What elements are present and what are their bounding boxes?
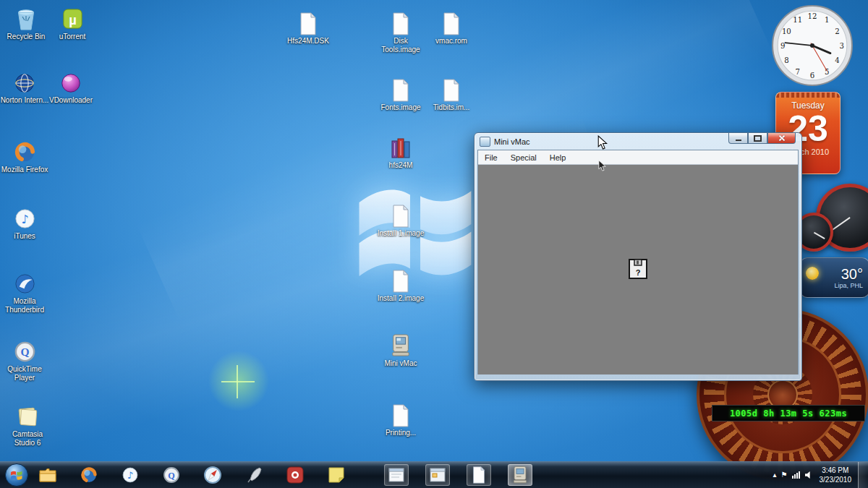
maximize-button[interactable] [748,133,767,144]
svg-text:♪: ♪ [127,470,133,481]
taskbar-item-quill-pen[interactable] [242,464,266,486]
svg-text:6: 6 [810,72,814,80]
taskbar-item-explorer-window[interactable] [425,464,450,486]
desktop-icon-quicktime[interactable]: Q QuickTime Player [0,338,49,382]
folder-icon [38,467,57,483]
countdown-timer-gadget[interactable]: 1005d 8h 13m 5s 623ms [712,405,865,421]
desktop-icon-install2-image[interactable]: Install 2.image [376,267,425,303]
firefox-icon [80,466,98,484]
svg-text:?: ? [636,268,641,277]
taskbar-item-itunes[interactable]: ♪ [118,464,142,486]
desktop-icon-firefox[interactable]: Mozilla Firefox [0,139,49,174]
taskbar-clock[interactable]: 3:46 PM 3/23/2010 [820,466,852,484]
desktop-icon-label: Install 1.image [378,229,424,238]
desktop-icon-disk-tools[interactable]: Disk Tools.image [376,10,425,53]
svg-text:Q: Q [168,471,175,481]
document-icon [442,77,461,102]
desktop-icon-label: Tidbits.im... [433,103,470,112]
svg-text:9: 9 [780,42,785,50]
quicktime-icon: Q [162,466,181,484]
cpu-meter-gadget[interactable] [794,178,868,253]
classic-mac-icon [390,333,412,358]
clock-time: 3:46 PM [820,466,852,475]
desktop-icon-printing-image[interactable]: Printing... [376,402,425,437]
close-icon [778,134,786,142]
desktop-icon-tidbits-image[interactable]: Tidbits.im... [427,77,476,112]
emulator-screen[interactable]: ? [478,165,798,374]
quill-pen-icon [244,466,263,484]
desktop-icon-label: Mozilla Thunderbird [0,297,49,314]
lens-flare-icon [221,381,255,382]
desktop-icon-label: Fonts.image [380,103,420,112]
desktop-icon-label: QuickTime Player [0,365,49,382]
desktop-icon-vdownloader[interactable]: VDownloader [46,69,95,105]
desktop-icon-itunes[interactable]: ♪ iTunes [0,205,49,241]
countdown-text: 1005d 8h 13m 5s 623ms [730,408,847,419]
taskbar-item-firefox[interactable] [77,464,101,486]
desktop-icon-vmac-rom[interactable]: vmac.rom [427,10,476,46]
desktop-icon-norton[interactable]: Norton Intern... [0,69,49,105]
taskbar: ♪ Q [0,461,868,488]
desktop-icon-label: uTorrent [59,33,86,41]
firefox-icon [13,139,37,164]
desktop-icon-label: Norton Intern... [1,96,49,105]
menu-special[interactable]: Special [504,153,543,162]
svg-text:Q: Q [20,346,29,358]
menu-file[interactable]: File [478,153,504,162]
window-titlebar[interactable]: Mini vMac [475,133,801,150]
desktop-icon-camtasia[interactable]: Camtasia Studio 6 [3,403,52,447]
taskbar-item-windows-explorer[interactable] [35,464,60,486]
window-title: Mini vMac [494,137,530,146]
svg-text:11: 11 [793,16,802,24]
action-center-flag-icon[interactable]: ⚑ [781,471,788,479]
start-button[interactable] [4,463,29,487]
clock-gadget[interactable]: 12 1 2 3 4 5 6 7 8 9 10 11 [771,4,854,90]
network-icon[interactable] [792,471,801,479]
vdownloader-icon [59,69,82,95]
itunes-icon: ♪ [121,466,140,484]
desktop-icon-label: Hfs24M.DSK [287,37,329,46]
desktop-icon-fonts-image[interactable]: Fonts.image [376,77,425,112]
weather-temperature: 30° [841,267,863,282]
taskbar-item-safari[interactable] [200,464,225,486]
document-icon [471,466,487,484]
desktop-icon-install1-image[interactable]: Install 1.image [376,202,425,238]
system-tray: ▴ ⚑ 3:46 PM 3/23/2010 [771,462,868,488]
desktop-icon-label: Install 2.image [378,294,424,303]
utorrent-icon: µ [61,6,85,31]
document-icon [391,202,410,228]
recycle-bin-icon [15,6,37,31]
desktop-icon-utorrent[interactable]: µ uTorrent [48,6,97,41]
svg-text:2: 2 [835,27,839,35]
volume-icon[interactable] [805,471,813,479]
show-desktop-button[interactable] [858,462,868,488]
window-app-icon [480,137,490,147]
mini-vmac-window[interactable]: Mini vMac File Special Help ? [474,132,802,381]
desktop-icon-label: iTunes [14,232,35,241]
menu-help[interactable]: Help [543,153,573,162]
desktop-icon-hfs24m-dsk[interactable]: Hfs24M.DSK [284,10,333,46]
desktop-icon-mini-vmac-app[interactable]: Mini vMac [376,333,425,368]
taskbar-item-mini-vmac[interactable] [508,464,532,486]
svg-text:♪: ♪ [21,213,29,226]
taskbar-item-sticky-notes[interactable] [324,464,349,486]
clock-date: 3/23/2010 [820,475,852,484]
svg-text:1: 1 [825,16,829,24]
desktop-icon-label: VDownloader [49,96,93,105]
desktop-icon-winrar-archive[interactable]: hfs24M [376,134,425,170]
taskbar-item-disk-image-window[interactable] [467,464,491,486]
document-icon [391,10,410,35]
show-hidden-icons-button[interactable]: ▴ [773,471,777,479]
close-button[interactable] [767,133,796,144]
document-icon [442,10,461,35]
svg-text:3: 3 [839,42,843,50]
desktop-icon-thunderbird[interactable]: Mozilla Thunderbird [0,270,49,314]
taskbar-item-camtasia-recorder[interactable] [283,464,307,486]
desktop-icon-recycle-bin[interactable]: Recycle Bin [1,6,51,41]
taskbar-item-wordpad-window[interactable] [384,464,409,486]
desktop-icon-label: Mozilla Firefox [1,166,48,174]
weather-gadget[interactable]: 30° Lipa, PHL [800,257,868,298]
taskbar-item-quicktime[interactable]: Q [159,464,184,486]
minimize-button[interactable] [728,133,748,144]
svg-text:12: 12 [808,12,817,20]
